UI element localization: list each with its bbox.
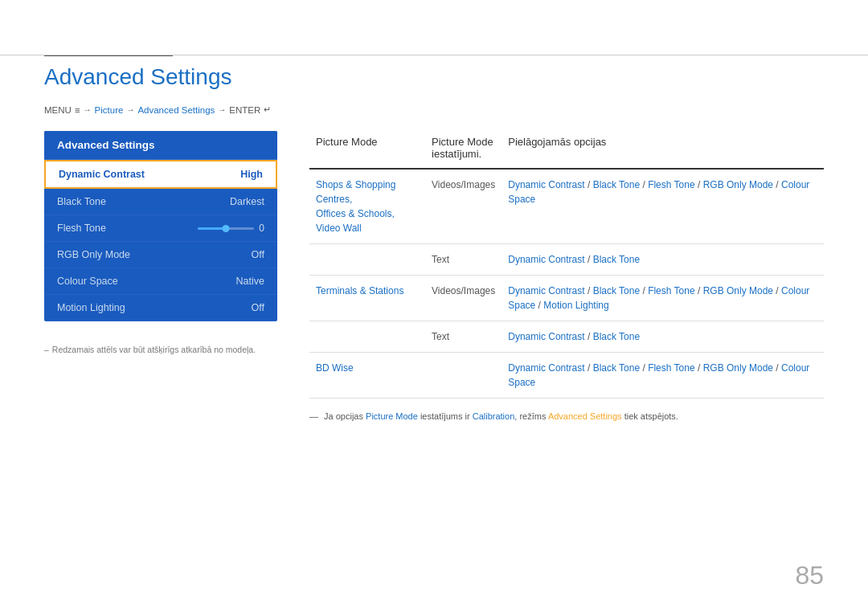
page-number: 85 — [795, 561, 824, 591]
breadcrumb-arrow-1: → — [84, 105, 92, 114]
osd-label-rgb-only: RGB Only Mode — [57, 249, 130, 260]
osd-value-rgb-only: Off — [252, 249, 264, 260]
breadcrumb-advanced[interactable]: Advanced Settings — [137, 105, 215, 115]
fn-middle: iestatījums ir — [418, 411, 473, 421]
breadcrumb-arrow-2: → — [126, 105, 134, 114]
table-cell-options-2: Dynamic Contrast / Black Tone — [502, 244, 824, 276]
mode-label-1: Shops & Shopping Centres,Offices & Schoo… — [316, 179, 395, 234]
osd-label-black-tone: Black Tone — [57, 196, 106, 207]
osd-value-motion-lighting: Off — [252, 302, 264, 313]
osd-item-rgb-only[interactable]: RGB Only Mode Off — [44, 242, 277, 268]
sub-mode-2: Text — [432, 254, 449, 265]
breadcrumb: MENU ≡ → Picture → Advanced Settings → E… — [44, 104, 824, 115]
osd-item-dynamic-contrast[interactable]: Dynamic Contrast High — [44, 160, 277, 189]
table-row: BD Wise Dynamic Contrast / Black Tone / … — [309, 353, 824, 398]
breadcrumb-enter: ENTER — [229, 105, 260, 115]
osd-label-colour-space: Colour Space — [57, 276, 118, 287]
osd-value-colour-space: Native — [236, 276, 264, 287]
table-cell-sub-2: Text — [425, 244, 502, 276]
page-title: Advanced Settings — [44, 64, 824, 90]
osd-panel: Advanced Settings Dynamic Contrast High … — [44, 131, 277, 424]
osd-label-dynamic-contrast: Dynamic Contrast — [59, 169, 145, 180]
breadcrumb-enter-icon: ↵ — [264, 104, 271, 115]
breadcrumb-menu: MENU — [44, 105, 72, 115]
table-cell-sub-1: Videos/Images — [425, 169, 502, 244]
mode-label-5: BD Wise — [316, 362, 354, 374]
breadcrumb-arrow-3: → — [218, 105, 226, 114]
table-row: Text Dynamic Contrast / Black Tone — [309, 244, 824, 276]
osd-item-motion-lighting[interactable]: Motion Lighting Off — [44, 295, 277, 321]
osd-menu-header: Advanced Settings — [44, 131, 277, 160]
table-cell-options-1: Dynamic Contrast / Black Tone / Flesh To… — [502, 169, 824, 244]
fn-advanced: Advanced Settings — [548, 411, 622, 421]
table-cell-sub-4: Text — [425, 321, 502, 353]
mode-label-3: Terminals & Stations — [316, 285, 403, 296]
main-layout: Advanced Settings Dynamic Contrast High … — [44, 131, 824, 424]
table-cell-mode-3: Terminals & Stations — [309, 276, 425, 321]
osd-menu: Advanced Settings Dynamic Contrast High … — [44, 131, 277, 321]
fn-prefix: Ja opcijas — [324, 411, 366, 421]
osd-item-black-tone[interactable]: Black Tone Darkest — [44, 189, 277, 215]
table-cell-mode-4 — [309, 321, 425, 353]
col-header-picture-mode-settings: Picture Modeiestatījumi. — [425, 131, 502, 169]
osd-item-flesh-tone[interactable]: Flesh Tone 0 — [44, 215, 277, 242]
info-table: Picture Mode Picture Modeiestatījumi. Pi… — [309, 131, 824, 398]
fn-end-prefix: , režīms — [514, 411, 548, 421]
table-row: Terminals & Stations Videos/Images Dynam… — [309, 276, 824, 321]
osd-value-black-tone: Darkest — [230, 196, 264, 207]
osd-label-motion-lighting: Motion Lighting — [57, 302, 125, 313]
col-header-picture-mode: Picture Mode — [309, 131, 425, 169]
table-row: Text Dynamic Contrast / Black Tone — [309, 321, 824, 353]
osd-label-flesh-tone: Flesh Tone — [57, 223, 106, 234]
table-cell-options-5: Dynamic Contrast / Black Tone / Flesh To… — [502, 353, 824, 398]
flesh-tone-slider-container: 0 — [106, 223, 264, 234]
table-footnote: Ja opcijas Picture Mode iestatījums ir C… — [309, 410, 824, 424]
sub-mode-3: Videos/Images — [432, 285, 495, 296]
osd-note: Redzamais attēls var būt atšķirīgs atkar… — [44, 344, 277, 357]
table-cell-mode-2 — [309, 244, 425, 276]
table-cell-sub-5 — [425, 353, 502, 398]
table-cell-options-3: Dynamic Contrast / Black Tone / Flesh To… — [502, 276, 824, 321]
top-line — [0, 55, 868, 55]
flesh-tone-track[interactable] — [198, 227, 254, 230]
flesh-tone-thumb — [223, 225, 230, 232]
osd-item-colour-space[interactable]: Colour Space Native — [44, 268, 277, 295]
table-cell-mode-1: Shops & Shopping Centres,Offices & Schoo… — [309, 169, 425, 244]
sub-mode-1: Videos/Images — [432, 179, 495, 190]
osd-value-dynamic-contrast: High — [240, 169, 263, 180]
page-container: Advanced Settings MENU ≡ → Picture → Adv… — [0, 0, 868, 613]
table-panel: Picture Mode Picture Modeiestatījumi. Pi… — [309, 131, 824, 424]
flesh-tone-value: 0 — [259, 223, 264, 234]
fn-picture-mode: Picture Mode — [366, 411, 418, 421]
table-header-row: Picture Mode Picture Modeiestatījumi. Pi… — [309, 131, 824, 169]
table-row: Shops & Shopping Centres,Offices & Schoo… — [309, 169, 824, 244]
col-header-options: Pielāgojamās opcijas — [502, 131, 824, 169]
table-cell-options-4: Dynamic Contrast / Black Tone — [502, 321, 824, 353]
breadcrumb-picture[interactable]: Picture — [95, 105, 124, 115]
table-cell-mode-5: BD Wise — [309, 353, 425, 398]
table-cell-sub-3: Videos/Images — [425, 276, 502, 321]
sub-mode-4: Text — [432, 331, 449, 342]
breadcrumb-menu-icon: ≡ — [75, 105, 80, 115]
fn-calibration: Calibration — [473, 411, 515, 421]
fn-end: tiek atspējots. — [622, 411, 678, 421]
